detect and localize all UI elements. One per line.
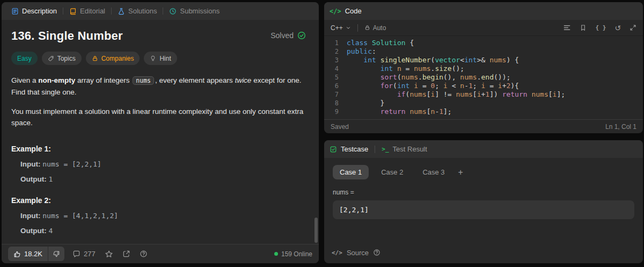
source-button[interactable]: Source xyxy=(347,249,369,257)
solved-label: Solved xyxy=(270,31,294,40)
online-count: 159 Online xyxy=(281,250,312,258)
badge-row: Easy Topics Companies Hint xyxy=(11,52,306,65)
format-code-icon[interactable] xyxy=(563,24,571,32)
code-line: 5 sort(nums.begin(), nums.end()); xyxy=(326,73,643,82)
test-result-tab[interactable]: Test Result xyxy=(393,145,427,153)
case-1-tab[interactable]: Case 1 xyxy=(333,165,369,179)
description-panel: Description Editorial Solutions Submissi… xyxy=(2,2,319,263)
code-line: 4 int n = nums.size(); xyxy=(326,64,643,73)
example-1-io: Input: nums = [2,2,1] Output: 1 xyxy=(20,160,306,183)
add-case-button[interactable]: + xyxy=(458,168,463,177)
code-header: </> Code xyxy=(324,2,643,20)
testcase-content: Case 1 Case 2 Case 3 + nums = [2,2,1] xyxy=(324,158,643,242)
code-panel: </> Code C++ Auto { } ↺ xyxy=(324,2,643,133)
title-row: 136. Single Number Solved xyxy=(11,29,306,43)
case-2-tab[interactable]: Case 2 xyxy=(374,165,410,179)
testcase-input[interactable]: [2,2,1] xyxy=(333,200,634,219)
line-number: 1 xyxy=(326,39,347,47)
solutions-icon xyxy=(118,8,125,15)
editor-toolbar: C++ Auto { } ↺ xyxy=(324,20,643,36)
problem-constraint-note: You must implement a solution with a lin… xyxy=(11,106,306,128)
expand-editor-icon[interactable] xyxy=(630,24,636,31)
example-1-label: Example 1: xyxy=(11,145,306,153)
source-code-icon: </> xyxy=(332,249,342,256)
example-2-label: Example 2: xyxy=(11,196,306,205)
example-input: Input: nums = [4,1,2,1,2] xyxy=(20,212,306,220)
divider xyxy=(63,8,63,15)
favorite-star-button[interactable] xyxy=(105,250,113,258)
bookmark-icon[interactable] xyxy=(580,24,587,31)
example-output: Output: 4 xyxy=(20,227,306,235)
solved-check-icon xyxy=(297,31,306,40)
online-status: 159 Online xyxy=(274,250,312,258)
check-square-icon xyxy=(330,146,337,153)
vote-group: 18.2K xyxy=(8,247,64,261)
difficulty-badge[interactable]: Easy xyxy=(11,52,38,65)
tab-submissions[interactable]: Submissions xyxy=(165,7,224,15)
snippets-icon[interactable]: { } xyxy=(595,24,606,31)
testcase-footer: </> Source xyxy=(324,242,643,263)
line-number: 8 xyxy=(326,99,347,107)
code-icon: </> xyxy=(330,8,341,15)
undo-icon[interactable]: ↺ xyxy=(614,24,621,32)
online-dot-icon xyxy=(274,252,278,256)
tab-editorial[interactable]: Editorial xyxy=(65,7,109,15)
tag-icon xyxy=(48,55,54,62)
code-header-title: Code xyxy=(345,7,362,15)
companies-badge[interactable]: Companies xyxy=(86,52,140,65)
like-button[interactable]: 18.2K xyxy=(8,247,48,261)
code-line: 8 } xyxy=(326,99,643,107)
lock-icon xyxy=(364,25,370,31)
problem-title: 136. Single Number xyxy=(11,29,123,43)
code-line: 3 int singleNumber(vector<int>& nums) { xyxy=(326,56,643,64)
example-2-io: Input: nums = [4,1,2,1,2] Output: 4 xyxy=(20,212,306,235)
line-number: 7 xyxy=(326,90,347,99)
code-line: 7 if(nums[i] != nums[i+1]) return nums[i… xyxy=(326,90,643,99)
divider xyxy=(375,146,375,153)
line-number: 2 xyxy=(326,47,347,56)
problem-statement: Given a non-empty array of integers nums… xyxy=(11,75,306,98)
code-line: 9 return nums[n-1]; xyxy=(326,107,643,116)
tab-description[interactable]: Description xyxy=(7,7,61,15)
problem-content: 136. Single Number Solved Easy Topics xyxy=(2,20,319,244)
testcase-panel: Testcase >_ Test Result Case 1 Case 2 Ca… xyxy=(324,140,643,263)
chevron-down-icon xyxy=(346,25,351,31)
testcase-header: Testcase >_ Test Result xyxy=(324,140,643,158)
editorial-icon xyxy=(69,8,77,15)
line-number: 3 xyxy=(326,56,347,64)
help-button[interactable] xyxy=(140,250,148,258)
testcase-input-label: nums = xyxy=(333,189,634,196)
line-number: 9 xyxy=(326,107,347,116)
example-input: Input: nums = [2,2,1] xyxy=(20,160,306,168)
terminal-icon: >_ xyxy=(382,146,389,153)
auto-toggle[interactable]: Auto xyxy=(364,24,386,32)
cursor-position: Ln 1, Col 1 xyxy=(605,123,636,131)
scrollbar-thumb[interactable] xyxy=(314,218,318,243)
dislike-button[interactable] xyxy=(48,247,64,261)
tab-label: Solutions xyxy=(128,7,157,15)
line-number: 4 xyxy=(326,64,347,73)
editor-tools: { } ↺ xyxy=(563,24,636,32)
source-help-icon[interactable] xyxy=(373,249,380,256)
divider xyxy=(357,24,358,32)
tab-solutions[interactable]: Solutions xyxy=(113,7,161,15)
comment-icon xyxy=(72,250,80,258)
hint-badge[interactable]: Hint xyxy=(144,52,177,65)
lightbulb-icon xyxy=(150,55,156,62)
thumbs-down-icon xyxy=(53,250,60,258)
code-line: 2public: xyxy=(326,47,643,56)
topics-badge[interactable]: Topics xyxy=(42,52,82,65)
code-editor[interactable]: 1class Solution {2public:3 int singleNum… xyxy=(324,36,643,119)
description-icon xyxy=(11,8,19,15)
language-selector[interactable]: C++ xyxy=(331,24,351,32)
tab-label: Submissions xyxy=(180,7,219,15)
share-button[interactable] xyxy=(122,250,130,258)
comments-button[interactable]: 277 xyxy=(72,250,96,258)
testcase-tab[interactable]: Testcase xyxy=(341,145,368,153)
case-3-tab[interactable]: Case 3 xyxy=(415,165,451,179)
save-status: Saved xyxy=(331,123,349,131)
solved-status: Solved xyxy=(270,31,306,40)
comment-count: 277 xyxy=(84,250,96,258)
example-output: Output: 1 xyxy=(20,175,306,183)
code-line: 1class Solution { xyxy=(326,39,643,47)
